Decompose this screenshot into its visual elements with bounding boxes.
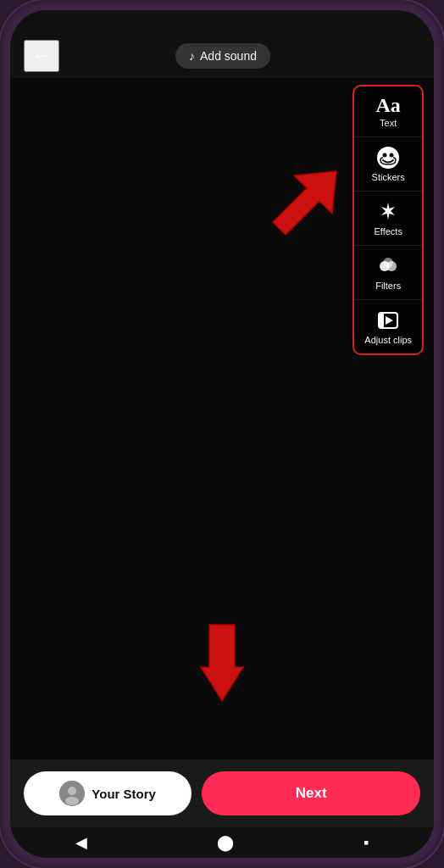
svg-marker-11 bbox=[201, 625, 243, 701]
phone-frame: ← ♪ Add sound Aa Text bbox=[0, 0, 444, 868]
arrow-to-next bbox=[197, 620, 247, 709]
toolbar-item-adjust-clips[interactable]: Adjust clips bbox=[354, 300, 422, 353]
svg-point-0 bbox=[377, 147, 399, 169]
text-label: Text bbox=[380, 118, 397, 128]
svg-point-2 bbox=[390, 153, 394, 158]
toolbar-item-text[interactable]: Aa Text bbox=[354, 86, 422, 137]
status-bar bbox=[10, 10, 434, 34]
bottom-action-bar: Your Story Next bbox=[10, 760, 434, 827]
add-sound-label: Add sound bbox=[200, 49, 257, 63]
toolbar-item-effects[interactable]: Effects bbox=[354, 192, 422, 246]
adjust-clips-label: Adjust clips bbox=[364, 335, 412, 345]
add-sound-button[interactable]: ♪ Add sound bbox=[175, 43, 270, 69]
story-avatar bbox=[59, 781, 85, 806]
toolbar-item-filters[interactable]: Filters bbox=[354, 246, 422, 300]
top-nav: ← ♪ Add sound bbox=[10, 34, 434, 78]
svg-point-14 bbox=[65, 797, 79, 805]
svg-point-1 bbox=[383, 153, 387, 158]
filters-icon bbox=[376, 254, 400, 278]
phone-screen: ← ♪ Add sound Aa Text bbox=[10, 10, 434, 858]
video-preview-area: Aa Text Stickers bbox=[10, 78, 434, 760]
stickers-label: Stickers bbox=[372, 172, 405, 182]
svg-point-13 bbox=[68, 787, 76, 795]
back-button[interactable]: ← bbox=[24, 40, 59, 72]
adjust-clips-icon bbox=[376, 309, 400, 332]
effects-label: Effects bbox=[374, 226, 402, 236]
arrow-to-effects bbox=[260, 159, 362, 238]
your-story-button[interactable]: Your Story bbox=[24, 771, 191, 815]
sticker-icon bbox=[376, 146, 400, 170]
toolbar-item-stickers[interactable]: Stickers bbox=[354, 137, 422, 192]
svg-point-5 bbox=[383, 258, 393, 268]
text-icon: Aa bbox=[376, 95, 401, 115]
svg-marker-7 bbox=[386, 316, 393, 325]
your-story-label: Your Story bbox=[92, 787, 156, 801]
filters-label: Filters bbox=[375, 281, 401, 291]
right-toolbar: Aa Text Stickers bbox=[352, 85, 424, 355]
system-nav-bar: ◀ ⬤ ▪ bbox=[10, 827, 434, 858]
svg-rect-8 bbox=[379, 313, 384, 328]
effects-icon bbox=[376, 200, 400, 224]
music-icon: ♪ bbox=[189, 49, 195, 63]
svg-marker-10 bbox=[273, 171, 336, 235]
nav-recents-icon[interactable]: ▪ bbox=[364, 834, 369, 852]
next-button[interactable]: Next bbox=[202, 771, 420, 815]
nav-back-icon[interactable]: ◀ bbox=[75, 833, 87, 852]
nav-home-icon[interactable]: ⬤ bbox=[217, 833, 234, 852]
